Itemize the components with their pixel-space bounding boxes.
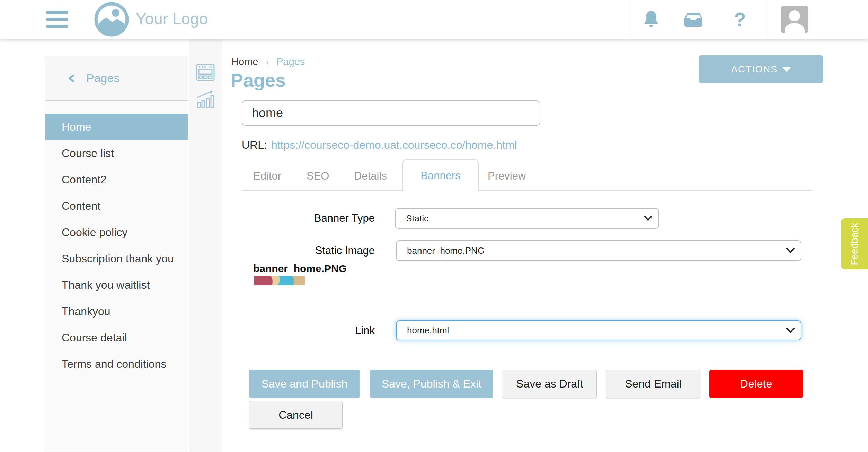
url-label: URL:	[242, 139, 267, 151]
cancel-button[interactable]: Cancel	[249, 401, 343, 429]
inbox-button[interactable]	[672, 0, 715, 39]
sidebar-item-thankyou[interactable]: Thankyou	[45, 298, 188, 324]
logo-text: Your Logo	[136, 0, 208, 39]
chevron-left-icon[interactable]	[68, 75, 75, 82]
help-button[interactable]: ?	[715, 0, 765, 39]
profile-button[interactable]	[765, 0, 868, 39]
save-publish-exit-button[interactable]: Save, Publish & Exit	[370, 370, 493, 398]
page-url-link[interactable]: https://courseco-demo.uat.courseco.co/ho…	[271, 139, 517, 151]
sidebar-item-cookie-policy[interactable]: Cookie policy	[45, 219, 188, 245]
analytics-icon[interactable]	[196, 90, 215, 109]
breadcrumb-pages[interactable]: Pages	[276, 56, 305, 67]
sidebar-item-content2[interactable]: Content2	[45, 166, 188, 193]
tabs-divider	[242, 190, 812, 191]
actions-label: ACTIONS	[731, 64, 778, 75]
tab-preview[interactable]: Preview	[488, 170, 526, 182]
sidebar-title: Pages	[86, 71, 119, 85]
link-label: Link	[242, 320, 375, 341]
tab-banners[interactable]: Banners	[402, 159, 479, 191]
banner-image-filename: banner_home.PNG	[253, 263, 347, 275]
breadcrumb-home[interactable]: Home	[231, 56, 258, 67]
page-name-input[interactable]	[242, 100, 540, 126]
help-icon: ?	[734, 10, 746, 29]
link-select[interactable]: home.html	[396, 320, 801, 340]
feedback-tab[interactable]: Feedback	[841, 218, 868, 269]
sidebar-item-course-detail[interactable]: Course detail	[45, 324, 188, 351]
sidebar-item-subscription-thank-you[interactable]: Subscription thank you	[45, 245, 188, 272]
sidebar-item-content[interactable]: Content	[45, 193, 188, 219]
image-logo-icon	[94, 2, 129, 37]
breadcrumb: Home›Pages	[231, 56, 305, 68]
hamburger-menu-icon[interactable]	[46, 11, 68, 28]
sidebar-item-home[interactable]: Home	[45, 114, 188, 140]
save-as-draft-button[interactable]: Save as Draft	[503, 370, 597, 398]
static-image-select[interactable]: banner_home.PNG	[396, 240, 801, 261]
save-and-publish-button[interactable]: Save and Publish	[249, 370, 360, 398]
banner-type-select-wrap: Static	[395, 208, 659, 229]
sidebar-header: Pages	[45, 56, 188, 101]
sidebar-page-list: Home Course list Content2 Content Cookie…	[45, 101, 188, 377]
inbox-icon	[684, 12, 702, 27]
chevron-right-icon: ›	[266, 57, 269, 67]
actions-dropdown-button[interactable]: ACTIONS	[699, 55, 823, 83]
send-email-button[interactable]: Send Email	[606, 370, 700, 398]
link-select-wrap: home.html	[396, 320, 801, 340]
app-window: Your Logo ?	[0, 0, 868, 452]
header-icon-bar: ?	[630, 0, 868, 39]
tab-editor[interactable]: Editor	[253, 170, 281, 182]
notifications-button[interactable]	[630, 0, 672, 39]
sidebar-item-thank-you-waitlist[interactable]: Thank you waitlist	[45, 272, 188, 298]
sidebar-item-course-list[interactable]: Course list	[45, 140, 188, 166]
feedback-label: Feedback	[849, 223, 860, 265]
main-content: Home›Pages Pages ACTIONS URL:https://cou…	[222, 39, 868, 452]
static-image-select-wrap: banner_home.PNG	[396, 240, 801, 261]
pages-sidebar: Pages Home Course list Content2 Content …	[45, 56, 188, 452]
page-title: Pages	[231, 69, 286, 91]
tab-seo[interactable]: SEO	[307, 170, 329, 182]
caret-down-icon	[782, 67, 791, 72]
avatar	[781, 6, 808, 33]
banner-type-select[interactable]: Static	[395, 208, 659, 229]
tool-strip	[189, 39, 222, 452]
url-line: URL:https://courseco-demo.uat.courseco.c…	[242, 139, 517, 151]
banner-type-label: Banner Type	[242, 208, 375, 229]
delete-button[interactable]: Delete	[709, 370, 803, 398]
banner-image-thumbnail[interactable]	[254, 276, 305, 285]
static-image-label: Static Image	[242, 240, 375, 261]
top-header: Your Logo ?	[0, 0, 868, 39]
bell-icon	[643, 10, 659, 28]
tab-details[interactable]: Details	[354, 170, 387, 182]
sidebar-item-terms-and-conditions[interactable]: Terms and conditions	[45, 351, 188, 377]
tab-banners-label: Banners	[420, 170, 460, 182]
page-builder-icon[interactable]	[196, 63, 215, 82]
